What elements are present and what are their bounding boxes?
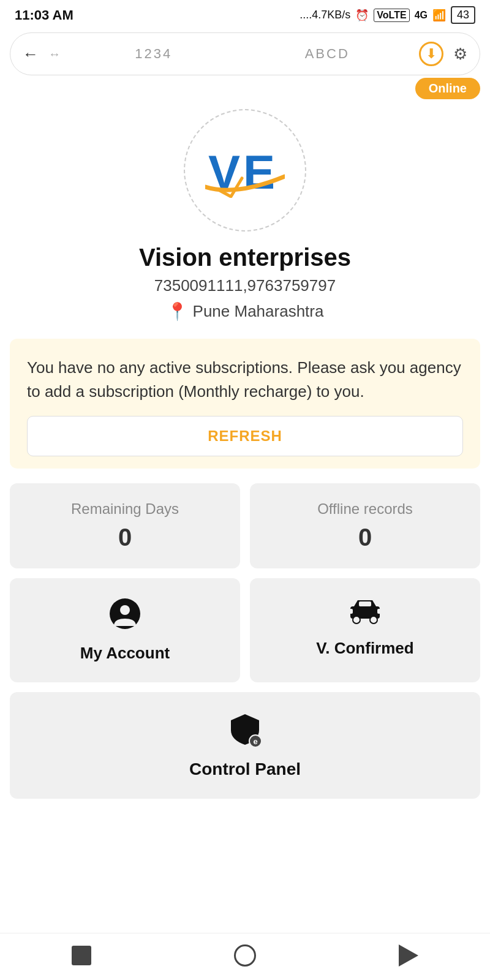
- address-field-2[interactable]: ABCD: [246, 46, 410, 62]
- refresh-button[interactable]: REFRESH: [27, 416, 463, 456]
- signal-icon: 📶: [432, 9, 446, 22]
- control-panel-label: Control Panel: [189, 760, 301, 779]
- location-pin-icon: 📍: [167, 301, 188, 322]
- subscription-warning: You have no any active subscriptions. Pl…: [10, 339, 480, 469]
- my-account-card[interactable]: My Account: [10, 578, 240, 682]
- svg-rect-9: [359, 601, 371, 606]
- svg-point-3: [120, 605, 130, 615]
- car-icon: [348, 598, 382, 631]
- actions-grid: My Account V. Confirmed: [10, 578, 480, 682]
- nav-back-button[interactable]: [399, 944, 418, 967]
- offline-records-value: 0: [262, 524, 468, 551]
- online-badge: Online: [415, 78, 480, 99]
- remaining-days-label: Remaining Days: [22, 500, 228, 518]
- svg-text:e: e: [253, 737, 257, 746]
- ve-logo-svg: V E: [205, 143, 285, 198]
- location-text: Pune Maharashtra: [193, 302, 324, 321]
- svg-rect-8: [377, 609, 381, 614]
- logo-circle: V E: [184, 109, 306, 232]
- browser-bar: ← ↔ 1234 ABCD ⬇ ⚙: [10, 32, 480, 75]
- battery-icon: 43: [451, 6, 475, 24]
- control-panel-card[interactable]: e Control Panel: [10, 692, 480, 799]
- offline-records-label: Offline records: [262, 500, 468, 518]
- network-speed: ....4.7KB/s: [300, 9, 350, 21]
- volte-icon: VoLTE: [374, 9, 409, 22]
- settings-icon[interactable]: ⚙: [453, 45, 467, 64]
- my-account-label: My Account: [80, 644, 170, 663]
- svg-point-5: [353, 616, 360, 624]
- back-button[interactable]: ←: [23, 45, 39, 64]
- network-4g: 4G: [415, 10, 428, 21]
- download-icon[interactable]: ⬇: [419, 42, 443, 66]
- v-confirmed-card[interactable]: V. Confirmed: [250, 578, 480, 682]
- warning-text: You have no any active subscriptions. Pl…: [27, 356, 463, 404]
- status-bar: 11:03 AM ....4.7KB/s ⏰ VoLTE 4G 📶 43: [0, 0, 490, 28]
- stats-grid: Remaining Days 0 Offline records 0: [10, 483, 480, 568]
- status-icons: ....4.7KB/s ⏰ VoLTE 4G 📶 43: [300, 6, 475, 24]
- v-confirmed-label: V. Confirmed: [316, 639, 413, 658]
- status-time: 11:03 AM: [15, 7, 74, 23]
- address-field-1[interactable]: 1234: [72, 46, 236, 62]
- account-icon: [109, 598, 141, 636]
- bottom-nav: [0, 933, 490, 980]
- business-location: 📍 Pune Maharashtra: [0, 301, 490, 322]
- forward-button[interactable]: ↔: [48, 47, 62, 61]
- remaining-days-card: Remaining Days 0: [10, 483, 240, 568]
- nav-home-button[interactable]: [234, 944, 256, 967]
- nav-square-button[interactable]: [72, 946, 91, 965]
- remaining-days-value: 0: [22, 524, 228, 551]
- logo-container: V E: [0, 109, 490, 232]
- business-name: Vision enterprises: [0, 244, 490, 271]
- alarm-icon: ⏰: [355, 9, 369, 22]
- control-panel-icon: e: [227, 712, 263, 752]
- offline-records-card: Offline records 0: [250, 483, 480, 568]
- business-phone: 7350091111,9763759797: [0, 276, 490, 295]
- svg-point-6: [370, 616, 377, 624]
- ve-logo: V E: [205, 143, 285, 198]
- online-badge-container: Online: [0, 78, 490, 99]
- svg-rect-7: [349, 609, 353, 614]
